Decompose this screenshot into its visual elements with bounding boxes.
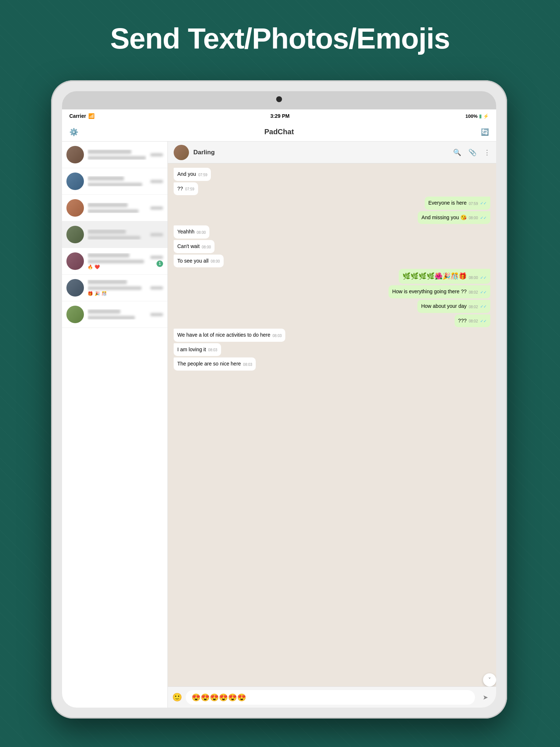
contact-name — [88, 253, 130, 258]
status-right: 100% ▮ ⚡ — [466, 113, 489, 119]
message-preview — [88, 316, 135, 320]
avatar — [66, 306, 84, 323]
message-bubble: ?? 07:59 — [174, 182, 198, 196]
message-text: How is everything going there ?? — [392, 288, 467, 295]
unread-badge: 1 — [157, 260, 163, 267]
sidebar-text — [88, 229, 147, 240]
sidebar-meta: 1 — [150, 256, 163, 267]
contact-name — [88, 176, 124, 181]
contact-name — [88, 203, 128, 207]
message-time — [150, 233, 163, 236]
message-bubble: Can't wait 08:00 — [174, 240, 215, 253]
message-time: 08:02 — [469, 319, 478, 324]
sidebar-item[interactable] — [62, 168, 167, 195]
message-time: 08:00 — [211, 259, 220, 264]
message-time — [150, 286, 163, 290]
sidebar-text — [88, 309, 147, 320]
message-text: ?? — [177, 185, 183, 193]
message-time: 07:59 — [185, 187, 194, 192]
sidebar-item[interactable]: 🎁 🎉 🎊 — [62, 275, 167, 301]
ipad-shell: Carrier 📶 3:29 PM 100% ▮ ⚡ ⚙️ PadChat 🔄 — [51, 80, 507, 719]
message-ticks: ✓✓ — [480, 304, 487, 309]
message-time — [150, 206, 163, 210]
message-bubble: How is everything going there ?? 08:02 ✓… — [389, 285, 490, 298]
chat-contact-name: Darling — [193, 149, 449, 156]
status-time: 3:29 PM — [270, 113, 290, 119]
sidebar-item[interactable]: 🔥 ❤️ 1 — [62, 248, 167, 275]
message-ticks: ✓✓ — [480, 201, 487, 206]
message-text: How about your day — [421, 303, 467, 310]
more-icon[interactable]: ⋮ — [484, 148, 490, 156]
sidebar-meta — [150, 180, 163, 183]
battery-icon: ▮ — [479, 113, 482, 119]
message-input[interactable]: 😍😍😍😍😍😍 — [186, 690, 475, 705]
sidebar-item[interactable] — [62, 301, 167, 328]
message-input-area: 🙂 😍😍😍😍😍😍 ➤ — [168, 686, 496, 708]
message-bubble: I am loving it 08:03 — [174, 343, 221, 356]
message-time: 08:02 — [469, 305, 478, 310]
app-title: PadChat — [264, 128, 294, 136]
sidebar-text: 🔥 ❤️ — [88, 253, 147, 270]
sidebar-text — [88, 203, 147, 213]
input-emoji-content: 😍😍😍😍😍😍 — [192, 693, 246, 702]
message-ticks: ✓✓ — [480, 318, 487, 324]
sidebar-item[interactable] — [62, 195, 167, 221]
scroll-down-button[interactable]: ˅ — [483, 673, 496, 686]
sidebar-item-active[interactable] — [62, 221, 167, 248]
chat-avatar — [174, 145, 189, 160]
message-bubble: How about your day 08:02 ✓✓ — [417, 300, 490, 313]
message-bubble: To see you all 08:00 — [174, 255, 224, 268]
sidebar-meta — [150, 313, 163, 316]
contact-name — [88, 280, 127, 284]
message-bubble: 🌿🌿🌿🌿🌺🎉🎊🎁 08:00 ✓✓ — [399, 269, 490, 284]
battery-bolt: ⚡ — [483, 113, 489, 119]
message-text: And you — [177, 171, 196, 178]
message-bubble: Yeahhh 08:00 — [174, 225, 209, 239]
ipad-inner: Carrier 📶 3:29 PM 100% ▮ ⚡ ⚙️ PadChat 🔄 — [62, 91, 496, 708]
sidebar-text — [88, 150, 147, 160]
message-bubble: The people are so nice here 08:03 — [174, 357, 256, 371]
message-ticks: ✓✓ — [480, 215, 487, 221]
message-text: Can't wait — [177, 243, 200, 250]
message-preview — [88, 209, 139, 213]
messages-container: And you 07:59 ?? 07:59 Everyone is here … — [168, 163, 496, 686]
sidebar-text: 🎁 🎉 🎊 — [88, 280, 147, 296]
message-text: And missing you 😘 — [421, 214, 467, 221]
search-icon[interactable]: 🔍 — [453, 148, 461, 156]
message-time: 08:00 — [197, 230, 206, 235]
front-camera — [276, 96, 282, 102]
message-time: 08:00 — [469, 216, 478, 221]
battery-label: 100% — [466, 113, 478, 119]
status-left: Carrier 📶 — [69, 113, 94, 119]
message-bubble: Everyone is here 07:59 ✓✓ — [425, 197, 490, 210]
message-ticks: ✓✓ — [480, 290, 487, 295]
wifi-icon: 📶 — [88, 113, 94, 119]
main-layout: 🔥 ❤️ 1 — [62, 142, 496, 708]
message-text: ??? — [458, 317, 467, 325]
avatar — [66, 279, 84, 297]
settings-icon[interactable]: ⚙️ — [69, 128, 78, 136]
send-button[interactable]: ➤ — [479, 691, 492, 704]
message-bubble: And missing you 😘 08:00 ✓✓ — [418, 211, 490, 224]
refresh-icon[interactable]: 🔄 — [481, 128, 489, 136]
message-time: 08:03 — [243, 362, 252, 367]
message-text: Everyone is here — [428, 200, 467, 207]
message-bubble: ??? 08:02 ✓✓ — [455, 314, 490, 328]
sidebar-meta — [150, 153, 163, 156]
message-time: 08:00 — [469, 275, 478, 280]
sidebar-text — [88, 176, 147, 186]
message-text: I am loving it — [177, 346, 206, 353]
attach-icon[interactable]: 📎 — [468, 148, 476, 156]
message-bubble: And you 07:59 — [174, 168, 211, 181]
sidebar-item[interactable] — [62, 142, 167, 168]
avatar — [66, 173, 84, 190]
message-preview — [88, 286, 142, 290]
page-headline: Send Text/Photos/Emojis — [0, 22, 560, 55]
screen: Carrier 📶 3:29 PM 100% ▮ ⚡ ⚙️ PadChat 🔄 — [62, 109, 496, 708]
message-text: We have a lot of nice activities to do h… — [177, 332, 270, 339]
message-preview — [88, 236, 140, 240]
message-preview — [88, 183, 142, 186]
emoji-button[interactable]: 🙂 — [172, 693, 182, 702]
message-bubble: We have a lot of nice activities to do h… — [174, 329, 285, 342]
message-preview — [88, 156, 146, 160]
